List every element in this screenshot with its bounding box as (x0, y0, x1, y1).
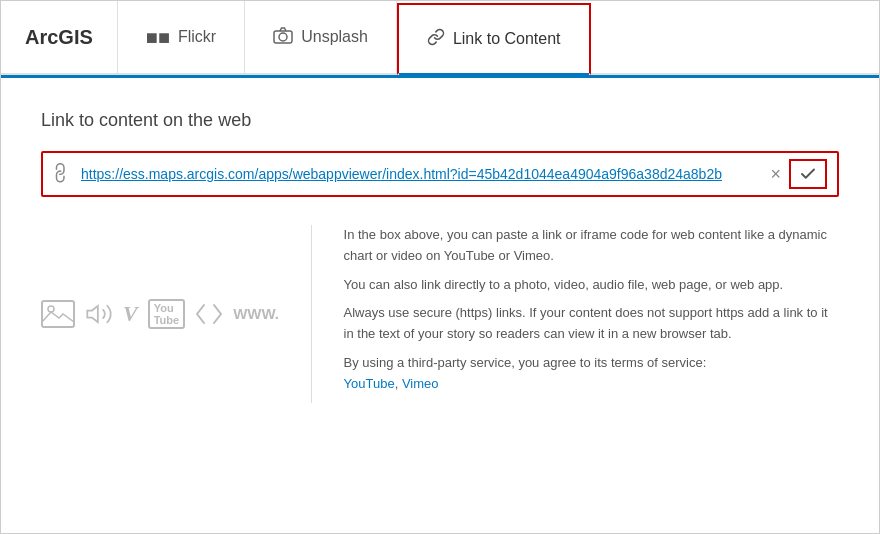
embed-code-icon (195, 303, 223, 325)
description-paragraph-2: You can also link directly to a photo, v… (344, 275, 839, 296)
brand-name: ArcGIS (25, 26, 93, 49)
checkmark-icon (799, 165, 817, 183)
camera-icon (273, 26, 293, 48)
brand-logo: ArcGIS (1, 1, 118, 73)
tab-flickr-label: Flickr (178, 28, 216, 46)
description-paragraph-4: By using a third-party service, you agre… (344, 353, 839, 395)
description-area: In the box above, you can paste a link o… (344, 225, 839, 403)
url-input-box: × (41, 151, 839, 197)
section-title: Link to content on the web (41, 110, 839, 131)
www-media-icon: WWW. (233, 305, 279, 322)
header: ArcGIS ■■ Flickr Unsplash Link to Conten… (1, 1, 879, 75)
header-spacer (591, 1, 879, 73)
audio-media-icon (85, 300, 113, 328)
svg-rect-2 (42, 301, 74, 327)
tab-unsplash-label: Unsplash (301, 28, 368, 46)
url-input[interactable] (81, 166, 762, 182)
url-clear-button[interactable]: × (762, 165, 789, 183)
youtube-media-icon: YouTube (148, 299, 185, 329)
vimeo-media-icon: V (123, 301, 138, 327)
svg-marker-4 (87, 306, 98, 322)
link-input-icon (48, 160, 77, 189)
description-paragraph-3: Always use secure (https) links. If your… (344, 303, 839, 345)
media-icons-group: V YouTube WWW. (41, 225, 279, 403)
vimeo-link[interactable]: Vimeo (402, 376, 439, 391)
flickr-icon: ■■ (146, 26, 170, 49)
link-tab-icon (427, 28, 445, 50)
youtube-link[interactable]: YouTube (344, 376, 395, 391)
bottom-divider (311, 225, 312, 403)
svg-point-1 (279, 33, 287, 41)
tab-unsplash[interactable]: Unsplash (245, 1, 397, 73)
tab-flickr[interactable]: ■■ Flickr (118, 1, 245, 73)
image-media-icon (41, 300, 75, 328)
description-paragraph-1: In the box above, you can paste a link o… (344, 225, 839, 267)
bottom-section: V YouTube WWW. In the box above, you can… (41, 225, 839, 403)
url-confirm-button[interactable] (789, 159, 827, 189)
main-content: Link to content on the web × (1, 78, 879, 435)
tab-link-to-content[interactable]: Link to Content (397, 3, 591, 75)
tab-link-to-content-label: Link to Content (453, 30, 561, 48)
